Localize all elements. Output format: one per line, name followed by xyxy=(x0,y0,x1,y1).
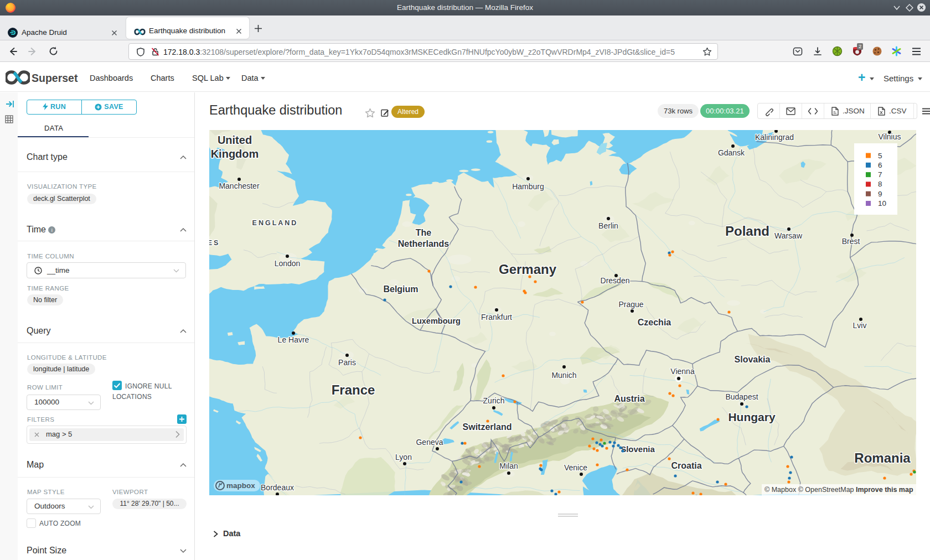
svg-text:Warsaw: Warsaw xyxy=(774,231,803,240)
svg-text:5: 5 xyxy=(878,152,882,160)
svg-text:Zurich: Zurich xyxy=(483,396,505,405)
svg-text:10: 10 xyxy=(878,199,886,208)
svg-text:Vilnius: Vilnius xyxy=(879,132,901,141)
svg-text:Czechia: Czechia xyxy=(638,318,671,327)
svg-text:7: 7 xyxy=(878,170,882,179)
svg-text:Vienna: Vienna xyxy=(670,367,695,376)
svg-text:Paris: Paris xyxy=(338,358,356,367)
svg-text:United: United xyxy=(218,134,252,146)
svg-text:Austria: Austria xyxy=(614,394,644,403)
svg-text:Munich: Munich xyxy=(551,371,576,380)
svg-text:Lyon: Lyon xyxy=(395,453,412,462)
svg-text:© Mapbox © OpenStreetMap Impro: © Mapbox © OpenStreetMap Improve this ma… xyxy=(764,486,913,494)
svg-text:Gdansk: Gdansk xyxy=(718,148,745,157)
svg-text:Milan: Milan xyxy=(499,462,518,470)
svg-text:Berlin: Berlin xyxy=(598,221,618,230)
svg-text:Lviv: Lviv xyxy=(853,321,867,330)
svg-text:ES: ES xyxy=(209,239,220,247)
svg-text:Romania: Romania xyxy=(854,450,911,465)
svg-text:ENGLAND: ENGLAND xyxy=(252,219,298,227)
svg-text:Venice: Venice xyxy=(564,463,587,472)
svg-text:Brest: Brest xyxy=(842,237,860,246)
svg-text:Frankfurt: Frankfurt xyxy=(481,313,512,322)
svg-text:Kaliningrad: Kaliningrad xyxy=(755,133,794,142)
svg-text:Luxembourg: Luxembourg xyxy=(412,317,461,325)
svg-text:6: 6 xyxy=(878,161,882,169)
svg-text:Switzerland: Switzerland xyxy=(463,422,512,432)
svg-text:France: France xyxy=(332,382,375,397)
svg-text:8: 8 xyxy=(878,180,882,188)
svg-text:Budapest: Budapest xyxy=(725,392,758,401)
svg-text:Hamburg: Hamburg xyxy=(512,182,544,191)
svg-text:Poland: Poland xyxy=(725,224,769,238)
svg-text:Croatia: Croatia xyxy=(671,461,701,470)
svg-text:Geneva: Geneva xyxy=(416,438,443,447)
svg-text:mapbox: mapbox xyxy=(226,481,255,490)
svg-text:The: The xyxy=(416,228,432,237)
svg-text:Le Havre: Le Havre xyxy=(278,335,309,344)
svg-text:London: London xyxy=(275,259,301,268)
svg-text:9: 9 xyxy=(878,190,882,198)
svg-text:Netherlands: Netherlands xyxy=(398,239,450,248)
svg-text:Belgium: Belgium xyxy=(383,284,418,294)
svg-text:Slovakia: Slovakia xyxy=(735,355,771,364)
svg-text:Manchester: Manchester xyxy=(219,182,259,190)
svg-text:Hungary: Hungary xyxy=(728,411,776,423)
svg-text:Germany: Germany xyxy=(499,262,557,277)
svg-text:Prague: Prague xyxy=(618,300,643,309)
svg-text:Bordeaux: Bordeaux xyxy=(261,483,294,492)
svg-text:Dresden: Dresden xyxy=(601,276,630,285)
svg-text:Kingdom: Kingdom xyxy=(211,148,259,160)
svg-text:Slovenia: Slovenia xyxy=(621,444,655,454)
